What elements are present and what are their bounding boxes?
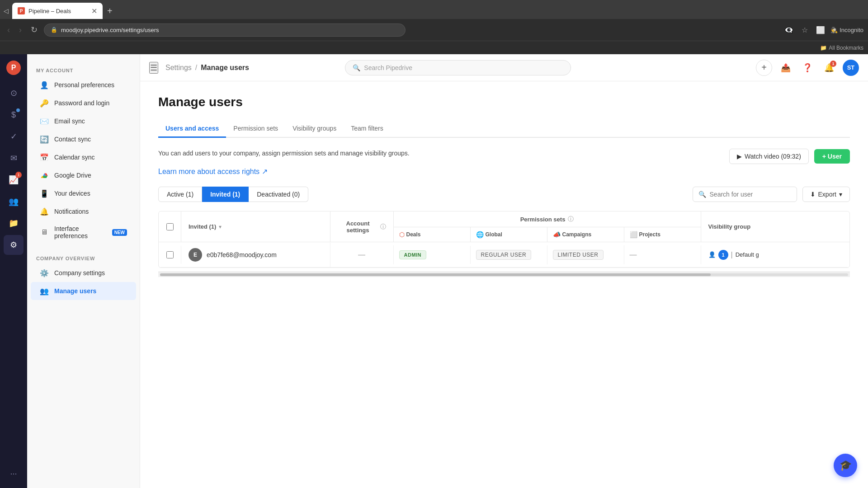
forward-button[interactable]: › [16, 23, 24, 37]
tab-close-icon[interactable]: ✕ [91, 7, 97, 15]
calendar-sync-icon: 📅 [40, 153, 49, 162]
deals-badge: ADMIN [399, 250, 427, 259]
iconbar-more[interactable]: ··· [4, 464, 24, 483]
visibility-count-badge: 1 [718, 250, 728, 260]
permission-sets-header: Permission sets [520, 216, 566, 223]
sidebar-item-email-sync[interactable]: ✉️ Email sync [31, 112, 136, 130]
lock-icon: 🔒 [51, 27, 57, 33]
tab-title: Pipeline – Deals [28, 8, 71, 14]
search-user-wrapper[interactable]: 🔍 [693, 187, 797, 202]
sidebar-item-label: Google Drive [54, 172, 91, 179]
iconbar-insights[interactable]: ⚙ [4, 235, 24, 255]
contact-sync-icon: 🔄 [40, 135, 49, 144]
sidebar-item-notifications[interactable]: 🔔 Notifications [31, 202, 136, 221]
iconbar-projects[interactable]: 📁 [4, 213, 24, 233]
campaigns-col-header: Campaigns [562, 231, 592, 238]
sidebar-item-label: Personal preferences [54, 81, 114, 89]
filter-active[interactable]: Active (1) [158, 187, 202, 202]
learn-more-link[interactable]: Learn more about access rights ↗ [158, 167, 268, 176]
deals-col-icon: ⬡ [399, 231, 405, 238]
iconbar-activities[interactable]: ✓ [4, 127, 24, 146]
permission-sets-info-icon[interactable]: ⓘ [568, 215, 574, 223]
row-checkbox[interactable] [166, 251, 174, 258]
iconbar-mail[interactable]: ✉ [4, 148, 24, 168]
personal-preferences-icon: 👤 [40, 80, 49, 89]
add-button[interactable]: + [756, 60, 772, 76]
manage-users-icon: 👥 [40, 286, 49, 296]
sidebar-item-your-devices[interactable]: 📱 Your devices [31, 184, 136, 202]
sidebar-item-label: Company settings [54, 269, 105, 277]
sidebar-item-interface-preferences[interactable]: 🖥 Interface preferences NEW [31, 221, 136, 244]
export-button[interactable]: ⬇ Export ▾ [802, 187, 850, 202]
reports-badge: 1 [15, 172, 22, 178]
visibility-icon: 👤 [708, 251, 716, 258]
iconbar-reports[interactable]: 📈 1 [4, 170, 24, 190]
tab-list-button[interactable]: ◁ [0, 7, 12, 14]
tab-team-filters[interactable]: Team filters [344, 120, 391, 138]
export-chevron-icon: ▾ [839, 191, 842, 198]
help-floating-button[interactable]: 🎓 [834, 454, 857, 477]
tab-permission-sets[interactable]: Permission sets [226, 120, 285, 138]
deals-icon: $ [11, 110, 16, 120]
select-all-checkbox[interactable] [166, 223, 174, 230]
browser-tab[interactable]: P Pipeline – Deals ✕ [12, 3, 103, 19]
sidebar-item-label: Password and login [54, 99, 109, 107]
iconbar-contacts[interactable]: 👥 [4, 192, 24, 211]
sidebar-item-contact-sync[interactable]: 🔄 Contact sync [31, 130, 136, 148]
company-settings-icon: ⚙️ [40, 268, 49, 277]
invited-header-label: Invited (1) [189, 223, 216, 230]
campaigns-col-icon: 📣 [553, 231, 561, 238]
sidebar-item-label: Contact sync [54, 136, 91, 143]
filter-invited[interactable]: Invited (1) [202, 187, 249, 202]
new-tab-button[interactable]: + [103, 6, 117, 16]
sidebar-item-company-settings[interactable]: ⚙️ Company settings [31, 264, 136, 282]
home-icon: ⊙ [10, 88, 17, 98]
global-search-input[interactable] [364, 64, 563, 71]
sidebar-item-google-drive[interactable]: Google Drive [31, 166, 136, 184]
search-icon: 🔍 [353, 64, 360, 71]
sidebar-item-personal-preferences[interactable]: 👤 Personal preferences [31, 76, 136, 94]
all-bookmarks[interactable]: 📁 All Bookmarks [820, 45, 863, 51]
bookmark-icon[interactable]: ☆ [799, 24, 811, 36]
sidebar-item-calendar-sync[interactable]: 📅 Calendar sync [31, 148, 136, 166]
search-user-icon: 🔍 [698, 191, 706, 198]
user-avatar[interactable]: ST [843, 60, 859, 76]
page-description: You can add users to your company, assig… [158, 149, 410, 158]
password-login-icon: 🔑 [40, 99, 49, 108]
add-user-button[interactable]: + User [814, 149, 850, 164]
help-icon-button[interactable]: ❓ [799, 60, 816, 76]
filter-deactivated[interactable]: Deactivated (0) [249, 187, 308, 202]
share-icon-button[interactable]: 📤 [778, 60, 794, 76]
sidebar-item-manage-users[interactable]: 👥 Manage users [31, 282, 136, 300]
back-button[interactable]: ‹ [5, 23, 13, 37]
iconbar-home[interactable]: ⊙ [4, 83, 24, 103]
watch-video-button[interactable]: ▶ Watch video (09:32) [729, 149, 809, 164]
search-user-input[interactable] [710, 191, 791, 198]
export-icon: ⬇ [810, 191, 816, 198]
notifications-icon: 🔔 [40, 207, 49, 216]
hamburger-button[interactable]: ☰ [149, 62, 158, 74]
breadcrumb-root[interactable]: Settings [165, 64, 192, 72]
projects-value: — [630, 251, 637, 259]
more-icon: ··· [10, 469, 17, 479]
app-logo[interactable]: P [6, 61, 21, 75]
reload-button[interactable]: ↻ [28, 23, 40, 37]
campaigns-badge: LIMITED USER [553, 250, 604, 260]
account-settings-header: Account settings [338, 220, 378, 234]
incognito-badge: 🕵 Incognito [830, 27, 863, 33]
contacts-icon: 👥 [9, 197, 19, 206]
global-search-bar[interactable]: 🔍 [345, 60, 571, 75]
interface-preferences-icon: 🖥 [40, 228, 49, 237]
page-title: Manage users [158, 95, 850, 109]
tab-visibility-groups[interactable]: Visibility groups [285, 120, 344, 138]
split-view-icon[interactable]: ⬜ [813, 24, 828, 36]
account-settings-info-icon[interactable]: ⓘ [380, 223, 386, 231]
visibility-separator: | [731, 251, 733, 259]
sidebar-item-password-login[interactable]: 🔑 Password and login [31, 94, 136, 112]
address-bar[interactable]: 🔒 moodjoy.pipedrive.com/settings/users [44, 23, 406, 37]
tab-users-access[interactable]: Users and access [158, 120, 226, 138]
notification-icon-button[interactable]: 🔔 1 [821, 60, 837, 76]
global-badge: REGULAR USER [476, 250, 532, 260]
dropdown-arrow-icon[interactable]: ▾ [219, 224, 222, 230]
iconbar-deals[interactable]: $ [4, 105, 24, 125]
